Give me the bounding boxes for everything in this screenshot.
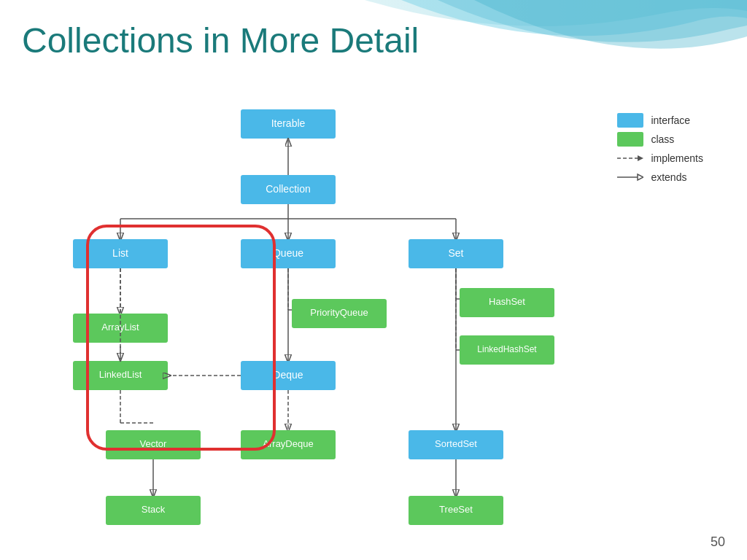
label-linkedhashset: LinkedHashSet [477,344,537,354]
legend-implements-line [617,151,643,166]
slide-title: Collections in More Detail [22,20,419,61]
label-iterable: Iterable [271,117,306,129]
label-deque: Deque [273,369,303,381]
svg-marker-3 [638,174,643,180]
label-queue: Queue [273,247,303,259]
label-stack: Stack [142,504,166,515]
legend: interface class implements extends [617,113,703,189]
label-linkedlist: LinkedList [99,369,142,380]
legend-class: class [617,132,703,147]
label-sortedset: SortedSet [435,438,477,449]
legend-extends: extends [617,170,703,184]
label-set: Set [448,247,463,259]
legend-class-label: class [651,133,674,145]
label-treeset: TreeSet [439,504,473,515]
label-list: List [112,247,128,259]
legend-class-box [617,132,643,147]
label-vector: Vector [140,438,168,449]
label-hashset: HashSet [489,296,525,307]
legend-interface-label: interface [651,114,690,126]
legend-implements-label: implements [651,152,703,164]
legend-implements: implements [617,151,703,166]
legend-extends-line [617,170,643,184]
diagram: Iterable Collection List Queue Set Array… [0,102,584,554]
svg-marker-1 [638,155,643,161]
legend-extends-label: extends [651,171,686,183]
legend-interface-box [617,113,643,128]
label-priorityqueue: PriorityQueue [310,307,368,318]
legend-interface: interface [617,113,703,128]
label-arraydeque: ArrayDeque [263,438,313,449]
page-number: 50 [711,534,725,550]
slide: Collections in More Detail interface cla… [0,0,747,560]
label-collection: Collection [266,183,310,195]
